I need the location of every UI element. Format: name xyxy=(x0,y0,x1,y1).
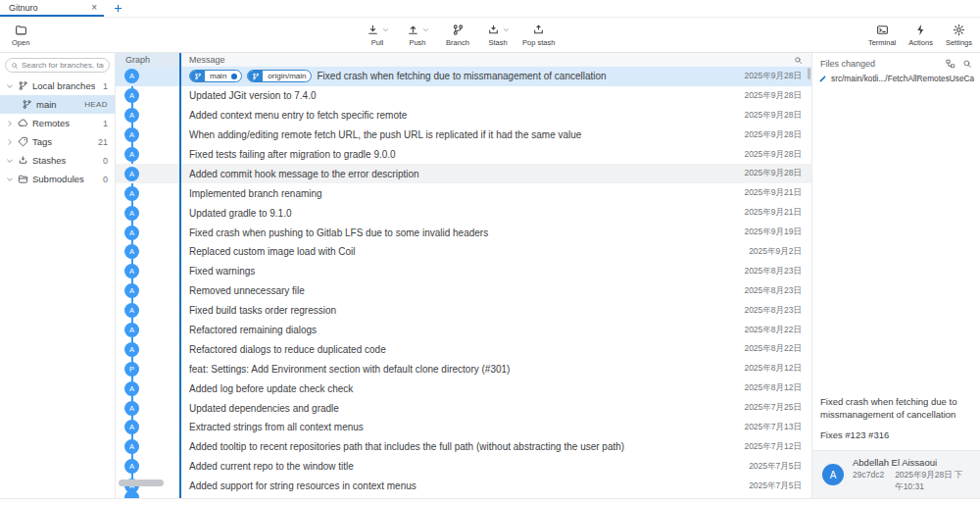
commit-message: Fixed warnings xyxy=(189,266,255,277)
commit-datetime: 2025年9月28日 下午10:31 xyxy=(895,470,970,493)
commit-row[interactable]: A Replaced custom image load with Coil 2… xyxy=(116,242,811,262)
toolbar-actions-button[interactable]: Actions xyxy=(908,23,933,47)
sidebar-item-stashes[interactable]: Stashes 0 xyxy=(0,151,115,170)
commit-row[interactable]: A When adding/editing remote fetch URL, … xyxy=(116,126,811,145)
commit-date: 2025年9月28日 xyxy=(744,129,811,141)
close-icon[interactable]: × xyxy=(91,2,97,13)
sidebar-search-input[interactable] xyxy=(22,61,104,70)
commit-list: A main origin/main Fixed crash when fetc… xyxy=(116,67,811,496)
commit-row[interactable]: A Extracted strings from all context men… xyxy=(116,418,811,437)
vertical-scrollbar[interactable] xyxy=(808,68,810,79)
new-tab-button[interactable] xyxy=(113,0,123,17)
toolbar-terminal-button[interactable]: Terminal xyxy=(868,23,896,47)
commit-message: Added support for string resources in co… xyxy=(189,480,416,491)
sidebar-item-submodules[interactable]: Submodules 0 xyxy=(0,170,115,188)
commit-row[interactable]: A Added current repo to the window title… xyxy=(116,457,811,477)
commit-log-pane: Graph Message A main origin/main Fixed c… xyxy=(116,53,811,498)
author-avatar: A xyxy=(822,464,844,485)
plus-icon xyxy=(113,0,123,18)
horizontal-scrollbar[interactable] xyxy=(119,480,164,486)
commit-message: Removed unnecessary file xyxy=(189,285,305,296)
commit-row[interactable]: A Refactored dialogs to reduce duplicate… xyxy=(116,339,811,359)
files-changed-title: Files changed xyxy=(820,59,939,69)
commit-date: 2025年9月2日 xyxy=(749,246,811,258)
toolbar-branch-button[interactable]: Branch xyxy=(442,23,473,47)
chevron-down-icon[interactable] xyxy=(503,26,510,33)
branch-icon xyxy=(248,71,263,81)
author-card: A Abdellah El Aissaoui 29c7dc2 2025年9月28… xyxy=(812,450,980,498)
commit-avatar: A xyxy=(124,244,139,259)
commit-row[interactable]: A Removed unnecessary file 2025年8月23日 xyxy=(116,281,811,301)
chevron-down-icon[interactable] xyxy=(5,82,14,90)
commit-avatar: A xyxy=(124,459,139,474)
chevron-down-icon[interactable] xyxy=(5,176,14,183)
sidebar-search-box[interactable] xyxy=(5,58,110,73)
toolbar-right-group: Terminal Actions Settings xyxy=(868,23,972,47)
branch-icon xyxy=(452,24,465,36)
sidebar-item-tags[interactable]: Tags 21 xyxy=(0,132,115,151)
commit-row[interactable]: A Added tooltip to recent repositories p… xyxy=(116,437,811,457)
tag-icon xyxy=(18,136,28,147)
changed-file-row[interactable]: src/main/kotli.../FetchAllRemotesUseCase… xyxy=(812,72,980,85)
commit-date: 2025年9月28日 xyxy=(744,110,811,122)
chevron-right-icon[interactable] xyxy=(5,120,14,127)
chevron-down-icon[interactable] xyxy=(382,26,389,33)
branch-icon xyxy=(190,71,205,81)
lightning-icon xyxy=(914,24,927,36)
commit-date: 2025年7月5日 xyxy=(749,461,811,473)
commit-row[interactable]: A Added support for string resources in … xyxy=(116,477,811,496)
commit-row[interactable]: A Fixed build tasks order regression 202… xyxy=(116,301,811,321)
commit-row[interactable]: A Updated dependencies and gradle 2025年7… xyxy=(116,398,811,418)
commit-message: Added commit hook message to the error d… xyxy=(189,169,419,179)
commit-message: Added tooltip to recent repositories pat… xyxy=(189,441,624,452)
commit-date: 2025年7月12日 xyxy=(744,441,811,453)
search-icon xyxy=(11,62,19,70)
commit-row[interactable]: A Updated JGit version to 7.4.0 2025年9月2… xyxy=(116,86,811,106)
commit-date: 2025年7月25日 xyxy=(744,402,811,414)
tab-gitnuro[interactable]: Gitnuro × xyxy=(0,0,104,17)
toolbar-push-button[interactable]: Push xyxy=(402,23,433,47)
commit-row[interactable]: A Added commit hook message to the error… xyxy=(116,164,811,183)
chevron-down-icon[interactable] xyxy=(422,26,429,33)
commit-row[interactable]: A Implemented branch renaming 2025年9月21日 xyxy=(116,183,811,203)
commit-row[interactable]: A Added context menu entry to fetch spec… xyxy=(116,106,811,126)
commit-avatar: A xyxy=(124,226,139,240)
pull-icon xyxy=(367,24,379,36)
commit-avatar: A xyxy=(124,186,139,201)
sidebar-item-local-branches[interactable]: Local branches 1 xyxy=(0,76,115,95)
commit-date: 2025年8月23日 xyxy=(744,285,811,297)
commit-date: 2025年8月23日 xyxy=(744,305,811,317)
toolbar-pop-stash-button[interactable]: Pop stash xyxy=(522,23,555,47)
toolbar-stash-button[interactable]: Stash xyxy=(482,23,514,47)
search-icon[interactable] xyxy=(962,59,972,69)
commit-row[interactable]: A Fixed crash when pushing to Gitlab LFS… xyxy=(116,223,811,242)
chevron-right-icon[interactable] xyxy=(5,138,14,146)
commit-date: 2025年9月28日 xyxy=(744,90,811,102)
stash-icon xyxy=(18,155,28,166)
commit-row[interactable]: A Updated gradle to 9.1.0 2025年9月21日 xyxy=(116,203,811,223)
commit-row[interactable]: A Added log before update check check 20… xyxy=(116,379,811,398)
head-dot xyxy=(231,74,237,79)
commit-message: Updated JGit version to 7.4.0 xyxy=(189,90,317,101)
toolbar-settings-button[interactable]: Settings xyxy=(946,23,972,47)
ref-chip-origin-main[interactable]: origin/main xyxy=(247,70,312,82)
commit-row[interactable]: A main origin/main Fixed crash when fetc… xyxy=(116,67,811,86)
sidebar: Local branches 1 main HEAD Remotes 1 Tag… xyxy=(0,53,116,498)
sidebar-tree: Local branches 1 main HEAD Remotes 1 Tag… xyxy=(0,76,115,188)
commit-row[interactable]: A Fixed tests failing after migration to… xyxy=(116,145,811,165)
commit-row[interactable]: A Fixed warnings 2025年8月23日 xyxy=(116,262,811,281)
sidebar-item-remotes[interactable]: Remotes 1 xyxy=(0,114,115,132)
commit-row[interactable]: P feat: Settings: Add Environment sectio… xyxy=(116,359,811,379)
commit-message: Refactored remaining dialogs xyxy=(189,325,317,335)
pencil-icon xyxy=(818,75,827,83)
commit-row[interactable]: A Refactored remaining dialogs 2025年8月22… xyxy=(116,321,811,340)
tree-view-icon[interactable] xyxy=(946,59,956,69)
sidebar-item-main[interactable]: main HEAD xyxy=(0,95,115,114)
open-button[interactable]: Open xyxy=(12,23,29,47)
toolbar: Open Pull Push Branch Stash Pop stash Te… xyxy=(0,18,980,53)
search-icon[interactable] xyxy=(794,56,803,65)
ref-chip-main[interactable]: main xyxy=(189,70,242,82)
toolbar-pull-button[interactable]: Pull xyxy=(362,23,393,47)
log-header: Graph Message xyxy=(116,53,811,67)
chevron-down-icon[interactable] xyxy=(5,157,14,165)
